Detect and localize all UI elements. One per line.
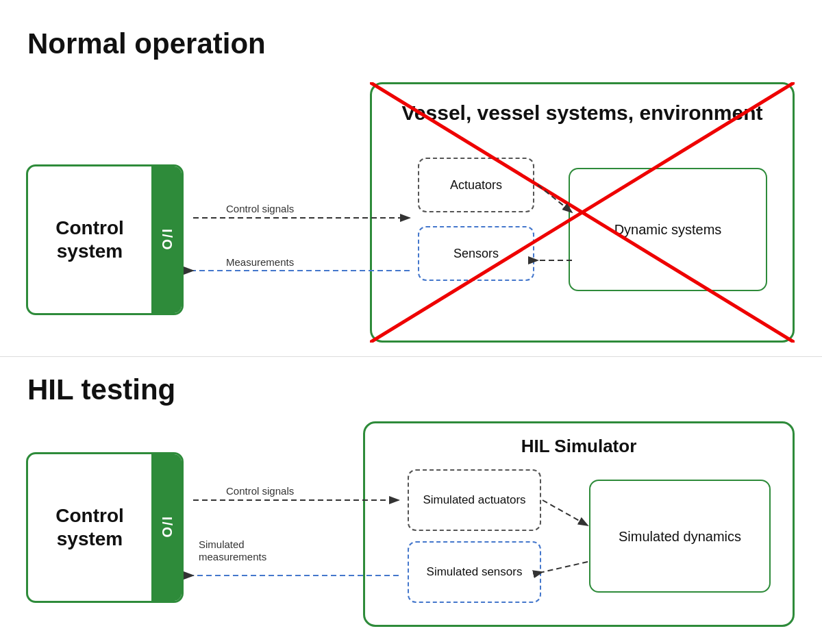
simulated-dynamics-box: Simulated dynamics bbox=[589, 480, 771, 593]
svg-text:Control signals: Control signals bbox=[226, 203, 294, 214]
simulated-actuators-box: Simulated actuators bbox=[408, 469, 541, 531]
hil-testing-title: HIL testing bbox=[27, 373, 175, 406]
simulated-sensors-box: Simulated sensors bbox=[408, 541, 541, 603]
dynamic-systems-box: Dynamic systems bbox=[569, 168, 767, 291]
control-system-normal: Control system I/O bbox=[26, 164, 184, 315]
hil-simulator-title: HIL Simulator bbox=[365, 423, 793, 462]
control-system-hil-label: Control system bbox=[28, 454, 151, 601]
control-system-hil: Control system I/O bbox=[26, 452, 184, 603]
io-tab-normal: I/O bbox=[151, 166, 182, 313]
svg-text:Control signals: Control signals bbox=[226, 485, 294, 497]
svg-text:Measurements: Measurements bbox=[226, 256, 294, 268]
sensors-box: Sensors bbox=[418, 226, 534, 281]
normal-operation-title: Normal operation bbox=[27, 27, 266, 60]
control-system-normal-label: Control system bbox=[28, 166, 151, 313]
vessel-title: Vessel, vessel systems, environment bbox=[372, 84, 793, 133]
svg-text:Simulated: Simulated bbox=[199, 538, 245, 550]
section-divider bbox=[0, 356, 822, 357]
actuators-box: Actuators bbox=[418, 158, 534, 212]
svg-text:measurements: measurements bbox=[199, 551, 266, 562]
io-tab-hil: I/O bbox=[151, 454, 182, 601]
